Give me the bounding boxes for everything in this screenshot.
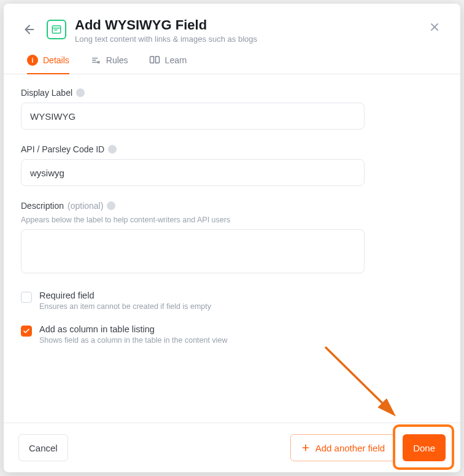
close-button[interactable] [428, 21, 443, 36]
button-label: Cancel [29, 443, 58, 453]
checkbox-label: Required field [39, 291, 211, 300]
done-button[interactable]: Done [403, 434, 446, 461]
tab-label: Learn [165, 55, 187, 65]
tab-learn[interactable]: Learn [149, 55, 187, 74]
wysiwyg-icon [51, 24, 62, 35]
info-icon: i [27, 55, 38, 66]
add-column-option: Add as column in table listing Shows fie… [21, 324, 443, 345]
help-icon[interactable] [108, 145, 117, 154]
check-icon [23, 327, 30, 335]
dialog-title: Add WYSIWYG Field [75, 17, 420, 33]
field-label: Description [21, 201, 64, 211]
dialog-subtitle: Long text content with links & images su… [75, 34, 420, 44]
checkbox-hint: Shows field as a column in the table in … [39, 336, 227, 345]
code-id-input[interactable] [21, 159, 365, 186]
cancel-button[interactable]: Cancel [18, 434, 68, 461]
description-input[interactable] [21, 229, 365, 273]
learn-icon [149, 55, 160, 66]
field-label: API / Parsley Code ID [21, 144, 104, 154]
required-checkbox[interactable] [21, 292, 32, 303]
add-another-button[interactable]: Add another field [290, 434, 395, 461]
back-button[interactable] [21, 21, 38, 38]
button-label: Add another field [315, 443, 385, 453]
tabs: i Details Rules Learn [4, 44, 460, 74]
close-icon [428, 21, 441, 33]
rules-icon [90, 55, 101, 66]
add-field-dialog: Add WYSIWYG Field Long text content with… [4, 4, 460, 472]
description-group: Description (optional) Appears below the… [21, 201, 443, 276]
dialog-footer: Cancel Add another field Done [4, 423, 460, 472]
dialog-header: Add WYSIWYG Field Long text content with… [4, 4, 460, 44]
tab-label: Details [43, 55, 69, 65]
help-icon[interactable] [76, 88, 85, 97]
optional-tag: (optional) [68, 201, 103, 211]
field-hint: Appears below the label to help content-… [21, 216, 443, 224]
display-label-group: Display Label [21, 88, 443, 130]
code-id-group: API / Parsley Code ID [21, 144, 443, 186]
checkbox-hint: Ensures an item cannot be created if fie… [39, 302, 211, 311]
help-icon[interactable] [107, 201, 115, 210]
tab-rules[interactable]: Rules [90, 55, 128, 74]
tab-details[interactable]: i Details [27, 55, 69, 74]
button-label: Done [413, 443, 435, 453]
arrow-left-icon [23, 23, 36, 36]
field-label: Display Label [21, 88, 72, 98]
display-label-input[interactable] [21, 103, 365, 130]
form-content: Display Label API / Parsley Code ID Desc… [4, 74, 460, 423]
tab-label: Rules [106, 55, 128, 65]
plus-icon [301, 443, 311, 453]
add-column-checkbox[interactable] [21, 326, 32, 337]
required-field-option: Required field Ensures an item cannot be… [21, 291, 443, 311]
checkbox-label: Add as column in table listing [39, 324, 227, 334]
field-type-icon [47, 20, 66, 39]
